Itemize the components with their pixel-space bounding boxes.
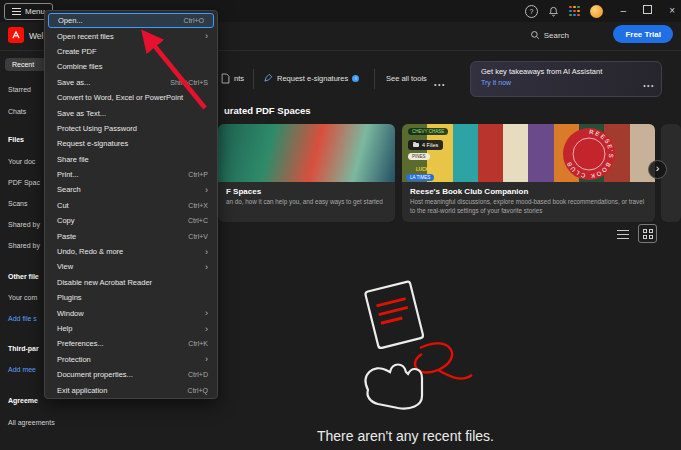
menu-item-request-esignatures[interactable]: Request e-signatures xyxy=(45,136,217,151)
reeses-book-club-seal: REESE'S BOOK CLUB xyxy=(561,126,617,182)
sidebar-tab-recent[interactable]: Recent xyxy=(5,58,46,71)
menu-item-preferences[interactable]: Preferences...Ctrl+K xyxy=(45,336,217,351)
menu-item-help[interactable]: Help xyxy=(45,321,217,336)
menu-item-open[interactable]: Open...Ctrl+O xyxy=(48,13,214,28)
toolbar-documents-item[interactable]: nts xyxy=(221,73,244,84)
sidebar-item-scans[interactable]: Scans xyxy=(8,200,27,207)
menu-item-search[interactable]: Search xyxy=(45,182,217,197)
sidebar-section-other-file-storage: Other file xyxy=(8,273,39,280)
card-title: Reese's Book Club Companion xyxy=(410,187,647,196)
esign-pen-icon xyxy=(263,73,273,83)
try-it-now-link[interactable]: Try it now xyxy=(481,79,641,86)
list-view-icon[interactable] xyxy=(617,230,629,239)
menu-item-convert[interactable]: Convert to Word, Excel or PowerPoint xyxy=(45,90,217,105)
help-icon[interactable]: ? xyxy=(525,5,538,18)
menu-item-save-as-text[interactable]: Save as Text... xyxy=(45,105,217,120)
image-label: CHEVY CHASE xyxy=(408,128,448,135)
pdf-spaces-card[interactable]: F Spaces an do, how it can help you, and… xyxy=(218,124,395,222)
files-count-badge: 4 Files xyxy=(408,140,443,150)
image-label: PINES xyxy=(408,153,430,160)
reeses-card-image: CHEVY CHASE 4 Files PINES LUCKY LA TIMES… xyxy=(402,124,655,182)
menu-item-window[interactable]: Window xyxy=(45,305,217,320)
close-button[interactable]: × xyxy=(669,0,675,22)
sidebar-section-third-party: Third-par xyxy=(8,345,39,352)
sidebar-item-pdf-spaces[interactable]: PDF Spac xyxy=(8,179,40,186)
menu-item-disable-new-reader[interactable]: Disable new Acrobat Reader xyxy=(45,275,217,290)
sidebar-item-your-computer[interactable]: Your com xyxy=(8,294,37,301)
ai-banner-title: Get key takeaways from AI Assistant xyxy=(481,67,641,76)
window-controls: – × xyxy=(621,0,675,22)
search-icon xyxy=(530,30,540,40)
sidebar-section-agreements: Agreeme xyxy=(8,397,38,404)
card-description: an do, how it can help you, and easy way… xyxy=(226,198,387,207)
menu-item-print[interactable]: Print...Ctrl+P xyxy=(45,167,217,182)
info-icon[interactable]: i xyxy=(352,75,359,82)
hamburger-icon xyxy=(12,8,21,15)
ai-assistant-banner[interactable]: Get key takeaways from AI Assistant Try … xyxy=(470,61,662,97)
see-all-tools-button[interactable]: See all tools xyxy=(386,74,427,83)
menu-item-copy[interactable]: CopyCtrl+C xyxy=(45,213,217,228)
image-label: LA TIMES xyxy=(406,174,434,181)
maximize-button[interactable] xyxy=(643,0,652,22)
search-control[interactable]: Search xyxy=(530,30,569,40)
acrobat-reader-window: Menu ? – × Wel xyxy=(0,0,681,450)
menu-item-document-properties[interactable]: Document properties...Ctrl+D xyxy=(45,367,217,382)
menu-button-label: Menu xyxy=(25,7,45,16)
sidebar-section-files: Files xyxy=(8,136,24,143)
toolbar-divider xyxy=(253,69,254,89)
image-label: LUCKY xyxy=(412,166,436,173)
menu-item-combine-files[interactable]: Combine files xyxy=(45,59,217,74)
account-avatar[interactable] xyxy=(590,5,603,18)
menu-item-open-recent-files[interactable]: Open recent files xyxy=(45,28,217,43)
menu-item-plugins[interactable]: Plugins xyxy=(45,290,217,305)
folder-icon xyxy=(413,143,419,147)
menu-item-paste[interactable]: PasteCtrl+V xyxy=(45,228,217,243)
empty-recent-message: There aren't any recent files. xyxy=(130,428,681,444)
menu-item-view[interactable]: View xyxy=(45,259,217,274)
file-menu-dropdown: Open...Ctrl+O Open recent files Create P… xyxy=(44,10,218,399)
free-trial-button[interactable]: Free Trial xyxy=(613,25,673,43)
tools-more-options-icon[interactable] xyxy=(434,73,446,91)
sidebar-tab-starred[interactable]: Starred xyxy=(8,86,31,93)
acrobat-logo xyxy=(8,27,24,43)
sidebar-tab-chats[interactable]: Chats xyxy=(8,108,26,115)
menu-item-create-pdf[interactable]: Create PDF xyxy=(45,44,217,59)
toolbar-divider xyxy=(374,69,375,89)
menu-item-undo-redo[interactable]: Undo, Redo & more xyxy=(45,244,217,259)
minimize-button[interactable]: – xyxy=(621,0,627,22)
ai-banner-more-options-icon[interactable] xyxy=(643,74,655,92)
menu-item-exit-application[interactable]: Exit applicationCtrl+Q xyxy=(45,382,217,397)
sidebar-item-your-documents[interactable]: Your doc xyxy=(8,158,35,165)
menu-item-cut[interactable]: CutCtrl+X xyxy=(45,198,217,213)
titlebar-right: ? – × xyxy=(525,0,675,22)
reeses-book-club-card[interactable]: CHEVY CHASE 4 Files PINES LUCKY LA TIMES… xyxy=(402,124,655,222)
notifications-bell-icon[interactable] xyxy=(548,6,559,17)
welcome-text: Wel xyxy=(29,31,44,41)
document-icon xyxy=(221,73,230,84)
sidebar-item-all-agreements[interactable]: All agreements xyxy=(8,419,55,426)
sidebar-item-shared-by-others[interactable]: Shared by xyxy=(8,242,40,249)
carousel-next-arrow[interactable]: › xyxy=(648,160,667,179)
card-title: F Spaces xyxy=(226,187,387,196)
card-description: Host meaningful discussions, explore moo… xyxy=(410,198,647,215)
search-label: Search xyxy=(544,31,569,40)
menu-item-protection[interactable]: Protection xyxy=(45,352,217,367)
empty-state-illustration xyxy=(330,278,480,418)
sidebar-link-add-file-storage[interactable]: Add file s xyxy=(8,315,37,322)
apps-grid-icon[interactable] xyxy=(569,6,580,17)
curated-spaces-heading: urated PDF Spaces xyxy=(224,105,311,116)
menu-item-share-file[interactable]: Share file xyxy=(45,152,217,167)
sidebar-link-add-meeting[interactable]: Add mee xyxy=(8,366,36,373)
toolbar-esign-item[interactable]: Request e-signatures i xyxy=(263,73,359,83)
menu-item-protect-password[interactable]: Protect Using Password xyxy=(45,121,217,136)
sidebar-item-shared-by-you[interactable]: Shared by xyxy=(8,221,40,228)
pdf-spaces-card-image xyxy=(218,124,395,182)
menu-item-save-as[interactable]: Save as...Shift+Ctrl+S xyxy=(45,75,217,90)
grid-view-icon[interactable] xyxy=(638,224,657,243)
